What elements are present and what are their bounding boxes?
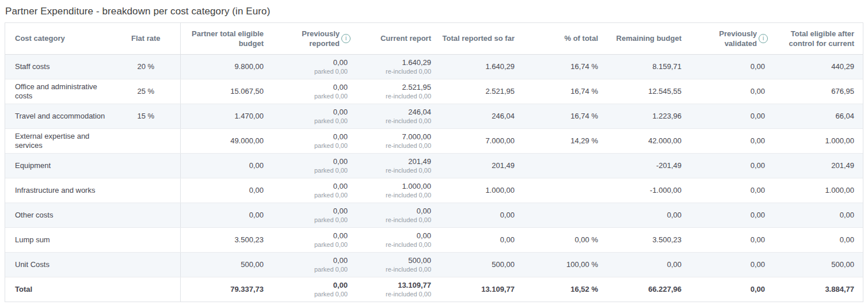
re-included-value: re-included 0,00 xyxy=(356,92,431,100)
current-report-value: 500,00 xyxy=(356,256,431,265)
total-eligible-cell: 676,95 xyxy=(774,79,863,104)
previously-validated-cell: 0,00 xyxy=(690,128,774,153)
flat-rate-cell xyxy=(112,277,180,302)
previously-validated-cell: 0,00 xyxy=(690,178,774,203)
flat-rate-cell xyxy=(112,227,180,252)
expenditure-table: Cost category Flat rate Partner total el… xyxy=(5,22,863,302)
previously-validated-cell: 0,00 xyxy=(690,227,774,252)
total-reported-cell: 1.640,29 xyxy=(440,54,523,79)
previously-reported-cell: 0,00 parked 0,00 xyxy=(272,203,356,227)
total-eligible-cell: 1.000,00 xyxy=(774,178,863,203)
current-report-value: 246,04 xyxy=(356,108,431,117)
current-report-cell: 2.521,95 re-included 0,00 xyxy=(356,79,440,104)
flat-rate-cell xyxy=(112,178,180,203)
remaining-budget-cell: 1.223,96 xyxy=(607,104,690,128)
info-icon[interactable]: i xyxy=(759,34,768,43)
partner-total-cell: 3.500,23 xyxy=(180,227,272,252)
previously-reported-value: 0,00 xyxy=(272,132,348,142)
partner-total-cell: 79.337,73 xyxy=(180,277,272,302)
remaining-budget-cell: 42.000,00 xyxy=(607,128,690,153)
previously-validated-cell: 0,00 xyxy=(690,153,774,178)
parked-value: parked 0,00 xyxy=(272,166,348,174)
total-reported-cell: 2.521,95 xyxy=(440,79,523,104)
pct-of-total-cell xyxy=(523,203,607,227)
cost-category-cell: Unit Costs xyxy=(5,252,112,277)
table-row: Travel and accommodation 15 % 1.470,00 0… xyxy=(5,104,863,128)
pct-of-total-cell: 16,74 % xyxy=(523,104,607,128)
partner-total-cell: 9.800,00 xyxy=(180,54,272,79)
re-included-value: re-included 0,00 xyxy=(356,241,431,249)
total-reported-cell: 0,00 xyxy=(440,227,523,252)
table-row: Lump sum 3.500,23 0,00 parked 0,00 0,00 … xyxy=(5,227,863,252)
cost-category-cell: Travel and accommodation xyxy=(5,104,112,128)
parked-value: parked 0,00 xyxy=(272,92,348,100)
re-included-value: re-included 0,00 xyxy=(356,290,431,298)
flat-rate-cell xyxy=(112,252,180,277)
partner-total-cell: 0,00 xyxy=(180,153,272,178)
total-reported-cell: 7.000,00 xyxy=(440,128,523,153)
remaining-budget-cell: 0,00 xyxy=(607,203,690,227)
parked-value: parked 0,00 xyxy=(272,117,348,125)
remaining-budget-cell: 66.227,96 xyxy=(607,277,690,302)
total-reported-cell: 500,00 xyxy=(440,252,523,277)
current-report-cell: 7.000,00 re-included 0,00 xyxy=(356,128,440,153)
cost-category-cell: Infrastructure and works xyxy=(5,178,112,203)
parked-value: parked 0,00 xyxy=(272,241,348,249)
current-report-value: 7.000,00 xyxy=(356,132,431,142)
parked-value: parked 0,00 xyxy=(272,142,348,150)
re-included-value: re-included 0,00 xyxy=(356,191,431,199)
previously-reported-value: 0,00 xyxy=(272,182,348,191)
current-report-value: 1.640,29 xyxy=(356,58,431,67)
pct-of-total-cell: 14,29 % xyxy=(523,128,607,153)
total-eligible-cell: 3.884,77 xyxy=(774,277,863,302)
previously-reported-value: 0,00 xyxy=(272,58,348,67)
parked-value: parked 0,00 xyxy=(272,265,348,273)
table-row: External expertise and services 49.000,0… xyxy=(5,128,863,153)
previously-reported-value: 0,00 xyxy=(272,256,348,265)
total-reported-cell: 1.000,00 xyxy=(440,178,523,203)
partner-total-cell: 49.000,00 xyxy=(180,128,272,153)
total-eligible-cell: 0,00 xyxy=(774,203,863,227)
col-header-remaining-budget: Remaining budget xyxy=(607,23,690,54)
col-header-total-eligible: Total eligible after control for current xyxy=(774,23,863,54)
previously-reported-label: Previously reported xyxy=(291,29,340,48)
current-report-value: 13.109,77 xyxy=(356,281,431,290)
previously-validated-cell: 0,00 xyxy=(690,203,774,227)
col-header-total-reported: Total reported so far xyxy=(440,23,523,54)
remaining-budget-cell: 3.500,23 xyxy=(607,227,690,252)
partner-total-cell: 1.470,00 xyxy=(180,104,272,128)
info-icon[interactable]: i xyxy=(341,34,351,43)
flat-rate-cell xyxy=(112,128,180,153)
previously-reported-value: 0,00 xyxy=(272,207,348,216)
col-header-cost-category: Cost category xyxy=(5,23,112,54)
total-eligible-cell: 201,49 xyxy=(774,153,863,178)
parked-value: parked 0,00 xyxy=(272,191,348,199)
pct-of-total-cell: 100,00 % xyxy=(523,252,607,277)
previously-reported-value: 0,00 xyxy=(272,108,348,117)
pct-of-total-cell: 16,74 % xyxy=(523,79,607,104)
pct-of-total-cell: 16,74 % xyxy=(523,54,607,79)
previously-validated-cell: 0,00 xyxy=(690,79,774,104)
partner-expenditure-page: Partner Expenditure - breakdown per cost… xyxy=(0,0,868,302)
current-report-cell: 1.640,29 re-included 0,00 xyxy=(356,54,440,79)
current-report-cell: 201,49 re-included 0,00 xyxy=(356,153,440,178)
previously-reported-value: 0,00 xyxy=(272,157,348,166)
col-header-pct-of-total: % of total xyxy=(523,23,607,54)
cost-category-cell: Equipment xyxy=(5,153,112,178)
re-included-value: re-included 0,00 xyxy=(356,166,431,174)
total-eligible-cell: 66,04 xyxy=(774,104,863,128)
table-row: Equipment 0,00 0,00 parked 0,00 201,49 r… xyxy=(5,153,863,178)
remaining-budget-cell: -1.000,00 xyxy=(607,178,690,203)
cost-category-cell: Staff costs xyxy=(5,54,112,79)
previously-reported-cell: 0,00 parked 0,00 xyxy=(272,128,356,153)
parked-value: parked 0,00 xyxy=(272,67,348,75)
table-total-row: Total 79.337,73 0,00 parked 0,00 13.109,… xyxy=(5,277,863,302)
current-report-value: 201,49 xyxy=(356,157,431,166)
table-row: Infrastructure and works 0,00 0,00 parke… xyxy=(5,178,863,203)
previously-validated-cell: 0,00 xyxy=(690,277,774,302)
table-row: Other costs 0,00 0,00 parked 0,00 0,00 r… xyxy=(5,203,863,227)
cost-category-cell: Lump sum xyxy=(5,227,112,252)
previously-reported-cell: 0,00 parked 0,00 xyxy=(272,54,356,79)
previously-validated-label: Previously validated xyxy=(709,29,757,48)
previously-validated-cell: 0,00 xyxy=(690,54,774,79)
